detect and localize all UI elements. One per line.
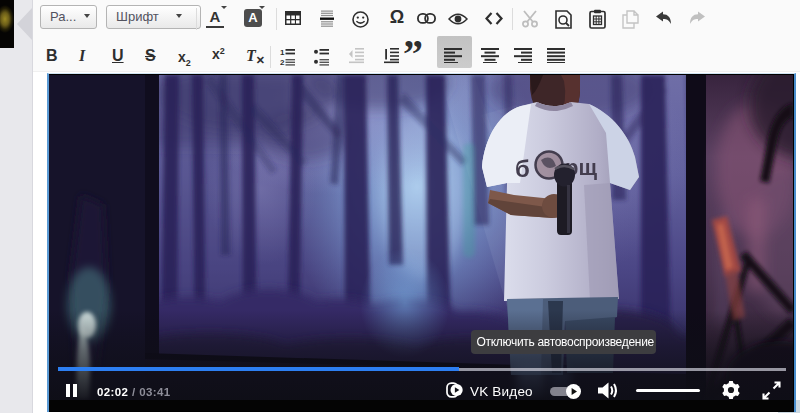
svg-text:2: 2 (280, 58, 285, 66)
svg-text:б: б (515, 155, 530, 182)
svg-text:1: 1 (280, 48, 285, 57)
